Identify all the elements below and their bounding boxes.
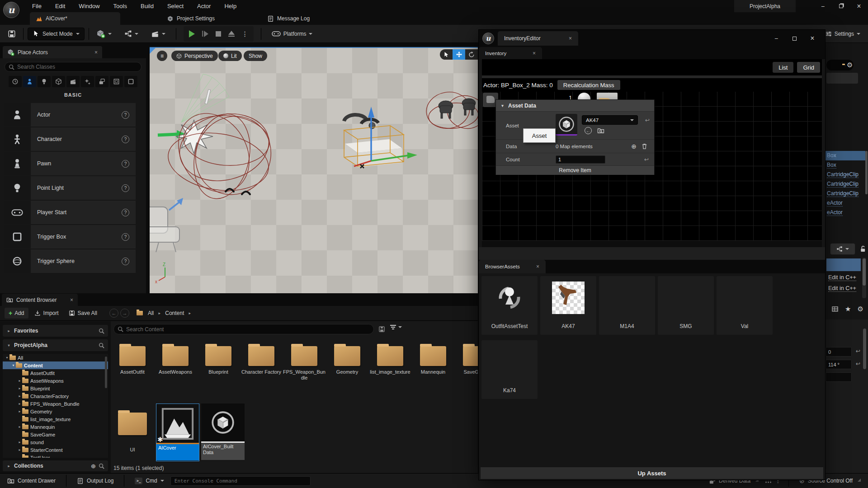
window-restore-button[interactable]	[832, 0, 850, 12]
asset-select-dropdown[interactable]: AK47	[582, 115, 638, 125]
place-actor-item-player-start[interactable]: Player Start ?	[4, 201, 136, 224]
menu-edit[interactable]: Edit	[48, 0, 72, 12]
folder-tile[interactable]: Mannequin	[412, 346, 454, 375]
add-collection-icon[interactable]: ⊕	[91, 463, 96, 469]
tree-scrollbar[interactable]	[105, 357, 107, 388]
help-icon[interactable]: ?	[122, 111, 129, 119]
content-drawer-button[interactable]: Content Drawer	[5, 477, 58, 484]
detail-field-empty[interactable]	[826, 372, 852, 382]
shapes-category-cube-icon[interactable]	[52, 76, 65, 87]
tab-level-aicover[interactable]: AICover*	[30, 12, 120, 25]
viewport-menu-button[interactable]: ≡	[157, 51, 167, 61]
save-search-icon[interactable]	[378, 326, 385, 333]
menu-actor[interactable]: Actor	[190, 0, 217, 12]
play-button[interactable]	[189, 30, 195, 38]
console-command-input[interactable]	[175, 478, 307, 484]
asset-tile-aicover-built-data[interactable]: AICover_Built Data	[201, 404, 245, 461]
breadcrumb-root[interactable]: All	[148, 310, 154, 316]
menu-select[interactable]: Select	[160, 0, 190, 12]
search-icon[interactable]	[99, 328, 104, 334]
add-actor-button[interactable]	[93, 27, 115, 41]
select-tool-cursor-icon[interactable]	[440, 49, 453, 60]
asset-card-m1a4[interactable]: M1A4	[599, 276, 655, 335]
folder-tile[interactable]: AssetWeapons	[154, 346, 197, 375]
detail-field-zero[interactable]	[826, 347, 852, 357]
folder-tile[interactable]: SaveGame	[455, 346, 478, 375]
add-button[interactable]: + Add	[5, 308, 28, 319]
basic-category-person-icon[interactable]	[23, 76, 36, 87]
platforms-dropdown[interactable]: Platforms	[269, 27, 316, 41]
menu-tools[interactable]: Tools	[107, 0, 134, 12]
edit-in-cpp-link[interactable]: Edit in C++	[828, 285, 856, 291]
folder-tile[interactable]: Character Factory	[240, 346, 283, 375]
menu-build[interactable]: Build	[134, 0, 160, 12]
reset-icon[interactable]: ↩	[645, 117, 650, 123]
blueprint-dropdown-button[interactable]	[830, 243, 855, 255]
count-field[interactable]	[556, 155, 605, 164]
search-content-box[interactable]	[113, 324, 374, 334]
zero-input[interactable]	[828, 349, 849, 355]
star-icon[interactable]: ★	[845, 305, 851, 313]
asset-tile-aicover[interactable]: AICover ✱	[156, 404, 199, 461]
import-button[interactable]: Import	[30, 310, 63, 316]
unlock-icon[interactable]	[859, 245, 867, 253]
place-actor-item-character[interactable]: Character ?	[4, 127, 136, 151]
asset-card-smg[interactable]: SMG	[658, 276, 714, 335]
reset-icon[interactable]: ↩	[856, 348, 860, 354]
tree-item[interactable]: TestUser	[3, 454, 108, 458]
filter-button[interactable]	[390, 325, 402, 329]
outliner-row[interactable]: Box	[825, 151, 865, 160]
cinematic-category-clapper-icon[interactable]	[66, 76, 80, 87]
volumes-category-frame-icon[interactable]	[110, 76, 123, 87]
console-command-box[interactable]	[170, 476, 311, 486]
tree-item[interactable]: ▸AssetWeapons	[3, 377, 108, 385]
outliner-row[interactable]: eActor	[825, 208, 865, 217]
grid-view-button[interactable]: Grid	[797, 62, 820, 73]
help-icon[interactable]: ?	[122, 136, 129, 143]
reset-icon[interactable]: ↩	[856, 361, 860, 367]
tree-item-all[interactable]: ▾All	[3, 354, 108, 361]
unreal-logo[interactable]: u	[3, 2, 19, 18]
asset-thumbnail[interactable]	[556, 114, 577, 136]
settings-dropdown[interactable]: Settings	[822, 27, 863, 41]
add-element-icon[interactable]: ⊕	[631, 143, 637, 150]
window-maximize-button[interactable]	[785, 33, 803, 44]
tree-item[interactable]: AssetOutfit	[3, 369, 108, 377]
detail-field-rotation[interactable]	[826, 360, 852, 369]
menu-help[interactable]: Help	[217, 0, 243, 12]
close-icon[interactable]: ×	[94, 49, 98, 56]
cinematics-button[interactable]	[148, 27, 169, 41]
asset-data-header[interactable]: ▾ Asset Data	[496, 100, 654, 111]
lit-dropdown[interactable]: Lit	[218, 51, 242, 61]
outliner-scrollbar[interactable]	[865, 151, 868, 194]
tree-item[interactable]: ▸Geometry	[3, 408, 108, 415]
grid-hscrollbar[interactable]	[482, 241, 822, 247]
search-classes-input[interactable]	[17, 64, 137, 70]
help-icon[interactable]: ?	[122, 184, 129, 192]
tree-item[interactable]: ▸Blueprint	[3, 385, 108, 392]
window-minimize-button[interactable]: −	[814, 0, 832, 12]
show-dropdown[interactable]: Show	[244, 51, 267, 61]
tree-item[interactable]: ▸Mannequin	[3, 423, 108, 431]
tab-message-log[interactable]: Message Log	[261, 12, 316, 25]
close-icon[interactable]: ×	[569, 35, 572, 42]
scrollbar-thumb[interactable]	[863, 328, 866, 369]
count-input[interactable]	[558, 157, 603, 162]
use-selected-icon[interactable]: ←	[585, 127, 592, 134]
details-scrollbar-thumb[interactable]	[863, 258, 866, 286]
breadcrumb-current[interactable]: Content	[165, 310, 184, 316]
back-button[interactable]: ←	[109, 309, 118, 318]
recalculation-mass-button[interactable]: Recalculation Mass	[557, 80, 620, 90]
tree-item[interactable]: ▸FPS_Weapon_Bundle	[3, 400, 108, 408]
reset-icon[interactable]: ↩	[644, 156, 649, 163]
inventory-window-titlebar[interactable]: u InventoryEditor × − ×	[479, 30, 825, 47]
tree-item[interactable]: SaveGame	[3, 431, 108, 438]
asset-card-val[interactable]: Val	[717, 276, 773, 335]
select-mode-dropdown[interactable]: Select Mode	[28, 28, 85, 40]
help-icon[interactable]: ?	[122, 160, 129, 168]
skip-button[interactable]	[202, 31, 208, 37]
outliner-row[interactable]: CartridgeClip	[825, 189, 865, 198]
place-actor-item-point-light[interactable]: Point Light ?	[4, 176, 136, 200]
gear-icon[interactable]: ⚙	[857, 305, 863, 313]
menu-file[interactable]: File	[25, 0, 48, 12]
